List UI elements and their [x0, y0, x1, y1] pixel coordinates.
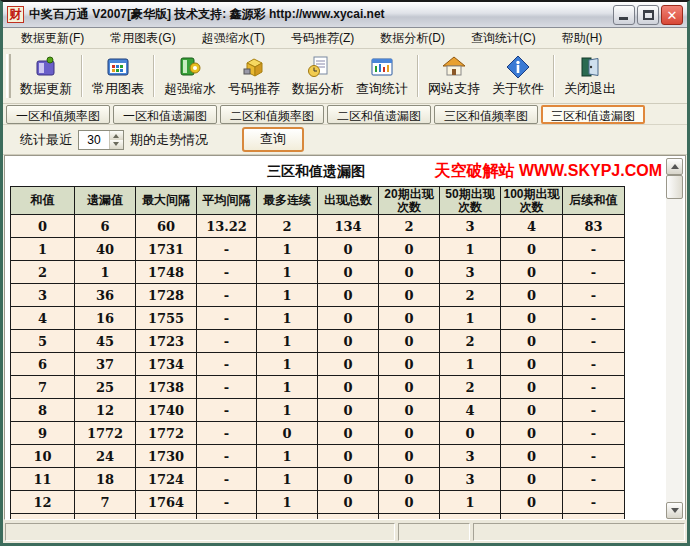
column-header: 20期出现次数	[379, 187, 440, 215]
menu-item[interactable]: 超强缩水(T)	[192, 28, 275, 49]
spinner-up-icon[interactable]	[110, 131, 123, 140]
table-cell: 0	[318, 307, 379, 330]
table-cell: 0	[379, 261, 440, 284]
tab[interactable]: 一区和值遗漏图	[113, 105, 217, 124]
table-cell: 0	[379, 445, 440, 468]
table-cell: 0	[440, 422, 501, 445]
table-cell: 2	[379, 215, 440, 238]
table-cell: 0	[379, 307, 440, 330]
table-row: 066013.22213423483	[11, 215, 625, 238]
toolbar-button-label: 关于软件	[492, 80, 544, 98]
menu-item[interactable]: 常用图表(G)	[100, 28, 185, 49]
table-cell: 1	[440, 307, 501, 330]
table-cell: 0	[318, 422, 379, 445]
table-cell: 0	[11, 215, 75, 238]
toolbar-button[interactable]: 查询统计	[350, 51, 414, 101]
toolbar-button[interactable]: 数据更新	[14, 51, 78, 101]
table-cell: 7	[75, 491, 136, 514]
window-controls: ✕	[613, 5, 683, 25]
window-title: 中奖百万通 V2007[豪华版] 技术支持: 鑫源彩 http://www.xy…	[29, 6, 613, 23]
table-cell: 0	[379, 491, 440, 514]
column-header: 最多连续	[257, 187, 318, 215]
table-header-row: 和值遗漏值最大间隔平均间隔最多连续出现总数20期出现次数50期出现次数100期出…	[11, 187, 625, 215]
table-cell: 0	[318, 376, 379, 399]
table-cell: 0	[318, 445, 379, 468]
table-cell: 1	[257, 238, 318, 261]
column-header: 后续和值	[563, 187, 625, 215]
table-cell: 1	[257, 330, 318, 353]
toolbar-separator	[553, 55, 555, 97]
table-cell: 2	[440, 330, 501, 353]
scroll-up-icon[interactable]	[666, 158, 683, 175]
table-cell: 3	[440, 445, 501, 468]
table-cell: 1	[257, 491, 318, 514]
shrink-book-icon	[177, 53, 203, 80]
table-cell: -	[563, 284, 625, 307]
table-cell: 1	[440, 238, 501, 261]
watermark-text: 天空破解站 WWW.SKYPJ.COM	[434, 161, 662, 182]
menu-item[interactable]: 数据更新(F)	[11, 28, 94, 49]
status-panel	[398, 523, 470, 541]
table-cell	[501, 514, 563, 520]
maximize-button[interactable]	[637, 5, 659, 25]
table-cell: -	[197, 468, 257, 491]
period-input[interactable]	[79, 131, 109, 149]
table-cell: 0	[257, 422, 318, 445]
table-row: 5451723-10020-	[11, 330, 625, 353]
toolbar-grip[interactable]	[6, 54, 11, 98]
close-button[interactable]: ✕	[661, 5, 683, 25]
title-bar[interactable]: 财 中奖百万通 V2007[豪华版] 技术支持: 鑫源彩 http://www.…	[3, 2, 687, 28]
minimize-button[interactable]	[613, 5, 635, 25]
table-cell: -	[197, 376, 257, 399]
table-cell: 1	[440, 353, 501, 376]
menu-item[interactable]: 查询统计(C)	[461, 28, 546, 49]
toolbar-button[interactable]: 超强缩水	[158, 51, 222, 101]
tab[interactable]: 三区和值频率图	[434, 105, 538, 124]
toolbar-button[interactable]: 常用图表	[86, 51, 150, 101]
toolbar-separator	[153, 55, 155, 97]
table-cell: 0	[318, 491, 379, 514]
tab[interactable]: 二区和值遗漏图	[327, 105, 431, 124]
table-cell: -	[197, 261, 257, 284]
toolbar-button[interactable]: 数据分析	[286, 51, 350, 101]
table-cell: 7	[11, 376, 75, 399]
toolbar-buttons: 数据更新常用图表超强缩水号码推荐数据分析查询统计网站支持关于软件关闭退出	[14, 51, 622, 101]
table-cell: 5	[11, 330, 75, 353]
table-cell: 1723	[136, 330, 197, 353]
query-button[interactable]: 查询	[242, 127, 304, 152]
table-cell: 0	[318, 468, 379, 491]
table-cell: 0	[501, 445, 563, 468]
menu-item[interactable]: 号码推荐(Z)	[281, 28, 364, 49]
toolbar-button[interactable]: 关于软件	[486, 51, 550, 101]
table-row: 3361728-10020-	[11, 284, 625, 307]
table-row: 8121740-10040-	[11, 399, 625, 422]
toolbar-button[interactable]: 网站支持	[422, 51, 486, 101]
table-cell: 0	[379, 376, 440, 399]
omission-table: 和值遗漏值最大间隔平均间隔最多连续出现总数20期出现次数50期出现次数100期出…	[10, 186, 625, 519]
query-stats-icon	[369, 53, 395, 80]
table-cell: 60	[136, 215, 197, 238]
table-cell: 0	[318, 238, 379, 261]
vertical-scrollbar[interactable]	[666, 158, 683, 519]
toolbar-separator	[81, 55, 83, 97]
recommend-box-icon	[241, 53, 267, 80]
menu-item[interactable]: 数据分析(D)	[370, 28, 455, 49]
table-cell: 4	[501, 215, 563, 238]
website-home-icon	[441, 53, 467, 80]
table-cell: 1748	[136, 261, 197, 284]
toolbar-button[interactable]: 关闭退出	[558, 51, 622, 101]
spinner-down-icon[interactable]	[110, 140, 123, 149]
toolbar-button[interactable]: 号码推荐	[222, 51, 286, 101]
tab-active[interactable]: 三区和值遗漏图	[541, 105, 645, 124]
table-cell: 9	[11, 422, 75, 445]
scroll-down-icon[interactable]	[666, 502, 683, 519]
table-cell: 36	[75, 284, 136, 307]
menu-item[interactable]: 帮助(H)	[552, 28, 613, 49]
table-cell: 0	[501, 238, 563, 261]
table-cell: 25	[75, 376, 136, 399]
table-cell	[563, 514, 625, 520]
tab[interactable]: 二区和值频率图	[220, 105, 324, 124]
scrollbar-thumb[interactable]	[666, 175, 683, 199]
table-cell: 2	[11, 261, 75, 284]
tab[interactable]: 一区和值频率图	[6, 105, 110, 124]
